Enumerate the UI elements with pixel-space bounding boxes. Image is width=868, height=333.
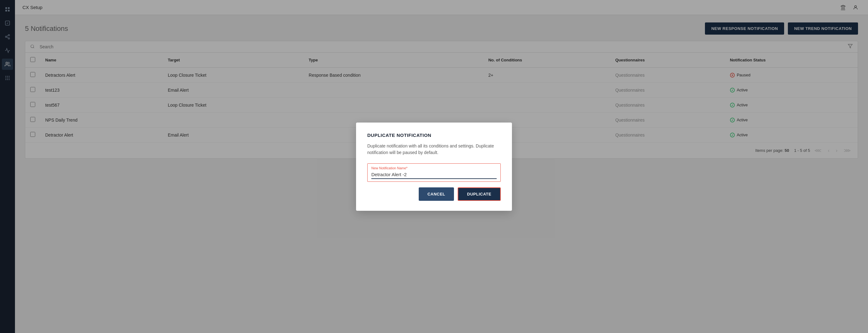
cancel-button[interactable]: CANCEL <box>419 187 454 201</box>
duplicate-notification-modal: DUPLICATE NOTIFICATION Duplicate notific… <box>356 123 512 211</box>
modal-description: Duplicate notification with all its cond… <box>367 143 501 156</box>
duplicate-button[interactable]: DUPLICATE <box>458 187 501 201</box>
new-notification-name-input[interactable] <box>371 171 497 179</box>
modal-field-label: New Notification Name* <box>371 166 497 170</box>
modal-overlay[interactable]: DUPLICATE NOTIFICATION Duplicate notific… <box>0 0 868 333</box>
modal-actions: CANCEL DUPLICATE <box>367 187 501 201</box>
modal-input-wrapper: New Notification Name* <box>367 163 501 182</box>
modal-title: DUPLICATE NOTIFICATION <box>367 132 501 138</box>
